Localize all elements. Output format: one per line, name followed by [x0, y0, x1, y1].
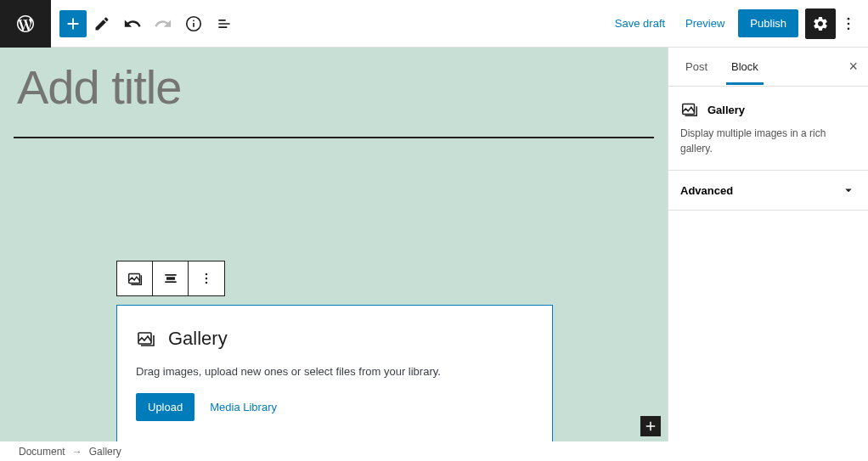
media-library-button[interactable]: Media Library — [210, 401, 277, 413]
undo-icon — [123, 14, 142, 33]
block-type-button[interactable] — [117, 261, 153, 295]
svg-point-7 — [206, 273, 208, 276]
plus-icon — [64, 14, 82, 33]
info-icon — [184, 14, 203, 33]
more-vertical-icon — [840, 15, 857, 32]
settings-button[interactable] — [805, 8, 836, 39]
save-draft-button[interactable]: Save draft — [605, 10, 675, 37]
undo-button[interactable] — [117, 8, 148, 39]
gallery-block-description: Drag images, upload new ones or select f… — [136, 365, 533, 378]
top-toolbar: Save draft Preview Publish — [0, 0, 868, 48]
gallery-actions: Upload Media Library — [136, 393, 533, 421]
block-toolbar — [116, 261, 225, 296]
inserter-float-button[interactable] — [640, 416, 661, 436]
gear-icon — [812, 15, 829, 32]
sidebar-tabs: Post Block × — [668, 48, 868, 87]
publish-button[interactable]: Publish — [738, 9, 798, 37]
gallery-header: Gallery — [136, 328, 533, 350]
info-button[interactable] — [178, 8, 209, 39]
svg-point-9 — [206, 282, 208, 284]
svg-point-4 — [848, 22, 850, 25]
gallery-icon — [136, 329, 156, 349]
breadcrumb: Document → Gallery — [0, 441, 868, 461]
wordpress-icon — [15, 14, 36, 34]
post-title-input[interactable]: Add title — [0, 48, 668, 132]
block-more-button[interactable] — [189, 261, 224, 295]
settings-sidebar: Post Block × Gallery Display multiple im… — [668, 48, 868, 441]
edit-mode-button[interactable] — [87, 8, 117, 39]
svg-point-5 — [848, 27, 850, 30]
align-wide-icon — [162, 270, 179, 287]
redo-icon — [154, 14, 172, 33]
gallery-block[interactable]: Gallery Drag images, upload new ones or … — [116, 305, 553, 441]
block-info-panel: Gallery Display multiple images in a ric… — [668, 87, 868, 171]
list-icon — [216, 15, 233, 32]
gallery-icon — [126, 269, 144, 288]
sidebar-block-description: Display multiple images in a rich galler… — [680, 126, 856, 156]
wordpress-logo[interactable] — [0, 0, 51, 48]
svg-point-3 — [848, 17, 850, 20]
upload-button[interactable]: Upload — [136, 393, 194, 421]
outline-button[interactable] — [209, 8, 240, 39]
redo-button[interactable] — [148, 8, 178, 39]
gallery-icon — [680, 100, 699, 119]
more-vertical-icon — [198, 270, 215, 287]
gallery-block-title: Gallery — [168, 328, 228, 350]
preview-button[interactable]: Preview — [675, 10, 735, 37]
main-area: Add title Gallery Drag images, upload ne… — [0, 48, 868, 441]
plus-icon — [643, 419, 658, 434]
sidebar-block-name: Gallery — [707, 104, 745, 116]
pencil-icon — [93, 15, 110, 32]
align-button[interactable] — [153, 261, 189, 295]
separator-block[interactable] — [14, 137, 654, 138]
advanced-panel[interactable]: Advanced — [668, 171, 868, 211]
tab-block[interactable]: Block — [726, 48, 764, 85]
advanced-panel-title: Advanced — [680, 184, 733, 197]
add-block-button[interactable] — [59, 10, 87, 37]
breadcrumb-current[interactable]: Gallery — [89, 446, 121, 458]
chevron-right-icon: → — [72, 446, 82, 458]
breadcrumb-root[interactable]: Document — [19, 446, 65, 458]
tab-post[interactable]: Post — [680, 48, 713, 85]
svg-point-2 — [193, 20, 194, 21]
chevron-down-icon — [841, 183, 856, 198]
more-options-button[interactable] — [836, 8, 861, 39]
svg-point-8 — [206, 278, 208, 280]
editor-canvas[interactable]: Add title Gallery Drag images, upload ne… — [0, 48, 668, 441]
close-sidebar-button[interactable]: × — [848, 58, 858, 76]
